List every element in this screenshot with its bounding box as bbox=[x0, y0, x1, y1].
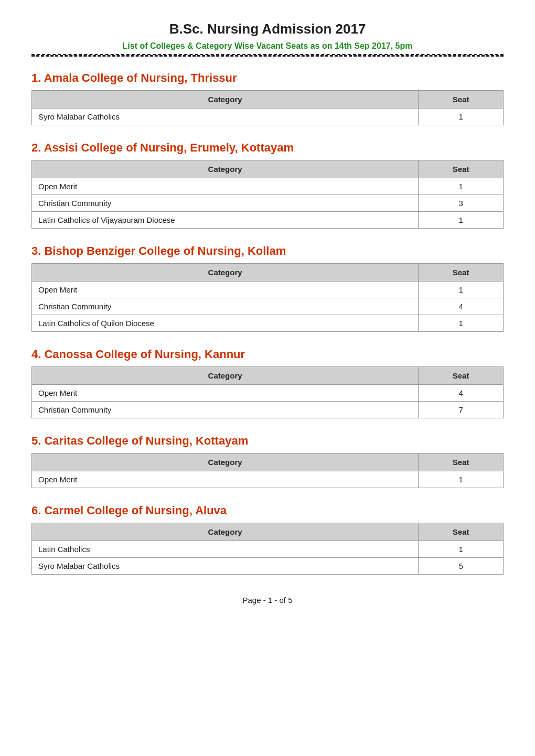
seat-cell: 1 bbox=[419, 315, 504, 332]
table-row: Latin Catholics1 bbox=[32, 541, 504, 558]
category-cell: Latin Catholics of Quilon Diocese bbox=[32, 315, 419, 332]
main-title: B.Sc. Nursing Admission 2017 bbox=[31, 21, 504, 37]
col-header-seat: Seat bbox=[419, 367, 504, 385]
category-cell: Open Merit bbox=[32, 178, 419, 195]
page-footer: Page - 1 - of 5 bbox=[31, 596, 504, 604]
college-section-6: 6. Carmel College of Nursing, AluvaCateg… bbox=[31, 504, 504, 575]
category-cell: Open Merit bbox=[32, 471, 419, 488]
col-header-category: Category bbox=[32, 367, 419, 385]
category-cell: Latin Catholics bbox=[32, 541, 419, 558]
category-cell: Syro Malabar Catholics bbox=[32, 558, 419, 575]
col-header-seat: Seat bbox=[419, 160, 504, 178]
table-row: Latin Catholics of Vijayapuram Diocese1 bbox=[32, 212, 504, 229]
college-table-6: CategorySeatLatin Catholics1Syro Malabar… bbox=[31, 523, 504, 575]
seat-cell: 1 bbox=[419, 212, 504, 229]
college-table-3: CategorySeatOpen Merit1Christian Communi… bbox=[31, 263, 504, 332]
seat-cell: 4 bbox=[419, 298, 504, 315]
college-section-5: 5. Caritas College of Nursing, KottayamC… bbox=[31, 434, 504, 488]
seat-cell: 1 bbox=[419, 109, 504, 125]
table-row: Open Merit1 bbox=[32, 471, 504, 488]
table-row: Christian Community7 bbox=[32, 402, 504, 418]
col-header-category: Category bbox=[32, 91, 419, 109]
seat-cell: 1 bbox=[419, 471, 504, 488]
seat-cell: 1 bbox=[419, 178, 504, 195]
college-section-4: 4. Canossa College of Nursing, KannurCat… bbox=[31, 348, 504, 418]
table-row: Syro Malabar Catholics5 bbox=[32, 558, 504, 575]
table-row: Open Merit1 bbox=[32, 178, 504, 195]
subtitle: List of Colleges & Category Wise Vacant … bbox=[31, 41, 504, 51]
college-section-2: 2. Assisi College of Nursing, Erumely, K… bbox=[31, 141, 504, 229]
college-title-1: 1. Amala College of Nursing, Thrissur bbox=[31, 71, 504, 85]
seat-cell: 1 bbox=[419, 541, 504, 558]
col-header-category: Category bbox=[32, 160, 419, 178]
category-cell: Syro Malabar Catholics bbox=[32, 109, 419, 125]
college-section-3: 3. Bishop Benziger College of Nursing, K… bbox=[31, 244, 504, 332]
table-row: Christian Community4 bbox=[32, 298, 504, 315]
section-divider bbox=[31, 54, 504, 57]
college-table-2: CategorySeatOpen Merit1Christian Communi… bbox=[31, 160, 504, 229]
table-row: Open Merit1 bbox=[32, 282, 504, 298]
col-header-seat: Seat bbox=[419, 91, 504, 109]
college-title-3: 3. Bishop Benziger College of Nursing, K… bbox=[31, 244, 504, 258]
seat-cell: 5 bbox=[419, 558, 504, 575]
col-header-seat: Seat bbox=[419, 523, 504, 541]
college-table-5: CategorySeatOpen Merit1 bbox=[31, 453, 504, 488]
table-row: Latin Catholics of Quilon Diocese1 bbox=[32, 315, 504, 332]
seat-cell: 7 bbox=[419, 402, 504, 418]
college-title-2: 2. Assisi College of Nursing, Erumely, K… bbox=[31, 141, 504, 155]
seat-cell: 3 bbox=[419, 195, 504, 212]
col-header-category: Category bbox=[32, 523, 419, 541]
col-header-seat: Seat bbox=[419, 453, 504, 471]
table-row: Christian Community3 bbox=[32, 195, 504, 212]
college-section-1: 1. Amala College of Nursing, ThrissurCat… bbox=[31, 71, 504, 125]
col-header-category: Category bbox=[32, 453, 419, 471]
col-header-seat: Seat bbox=[419, 264, 504, 282]
college-title-6: 6. Carmel College of Nursing, Aluva bbox=[31, 504, 504, 517]
college-title-4: 4. Canossa College of Nursing, Kannur bbox=[31, 348, 504, 361]
college-table-4: CategorySeatOpen Merit4Christian Communi… bbox=[31, 366, 504, 418]
seat-cell: 4 bbox=[419, 385, 504, 402]
category-cell: Open Merit bbox=[32, 385, 419, 402]
table-row: Open Merit4 bbox=[32, 385, 504, 402]
table-row: Syro Malabar Catholics1 bbox=[32, 109, 504, 125]
college-title-5: 5. Caritas College of Nursing, Kottayam bbox=[31, 434, 504, 448]
category-cell: Christian Community bbox=[32, 298, 419, 315]
category-cell: Christian Community bbox=[32, 402, 419, 418]
category-cell: Open Merit bbox=[32, 282, 419, 298]
category-cell: Latin Catholics of Vijayapuram Diocese bbox=[32, 212, 419, 229]
category-cell: Christian Community bbox=[32, 195, 419, 212]
col-header-category: Category bbox=[32, 264, 419, 282]
college-table-1: CategorySeatSyro Malabar Catholics1 bbox=[31, 90, 504, 125]
seat-cell: 1 bbox=[419, 282, 504, 298]
